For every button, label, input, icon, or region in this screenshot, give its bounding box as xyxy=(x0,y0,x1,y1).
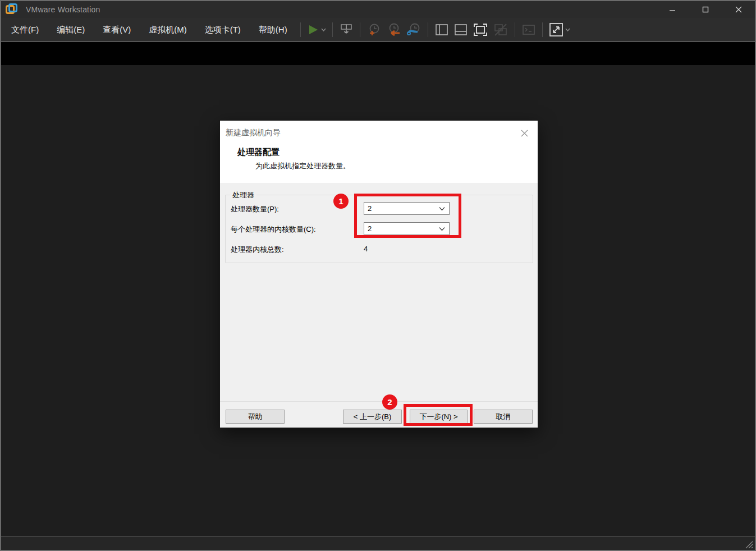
toolbar-separator xyxy=(300,22,301,37)
take-snapshot-icon xyxy=(366,22,381,37)
fullscreen-button[interactable] xyxy=(470,20,491,39)
chevron-down-icon xyxy=(439,227,445,231)
close-icon xyxy=(521,130,528,137)
minimize-icon xyxy=(669,6,676,13)
menu-vm[interactable]: 虚拟机(M) xyxy=(140,18,196,41)
vmware-logo-icon xyxy=(6,3,18,16)
dialog-description: 为此虚拟机指定处理器数量。 xyxy=(255,161,350,171)
footer-divider xyxy=(220,401,538,402)
menu-tabs[interactable]: 选项卡(T) xyxy=(196,18,250,41)
menu-edit[interactable]: 编辑(E) xyxy=(48,18,94,41)
cores-per-processor-label: 每个处理器的内核数量(C): xyxy=(231,224,316,235)
toolbar-separator xyxy=(332,22,333,37)
toolbar-separator xyxy=(360,22,360,37)
thumbnail-bar-button[interactable] xyxy=(451,20,470,39)
total-cores-label: 处理器内核总数: xyxy=(231,245,284,255)
window-controls xyxy=(656,1,755,18)
maximize-icon xyxy=(702,6,709,13)
unity-mode-icon xyxy=(493,22,508,37)
minimize-button[interactable] xyxy=(656,1,689,18)
processor-count-select[interactable]: 2 xyxy=(364,202,450,215)
dialog-header: 新建虚拟机向导 处理器配置 为此虚拟机指定处理器数量。 xyxy=(220,121,538,184)
fullscreen-icon xyxy=(473,22,488,37)
vmware-window: VMware Workstation 文件(F) 编辑(E) 查看(V) 虚拟机… xyxy=(0,0,756,551)
console-icon xyxy=(521,23,536,36)
resize-grip[interactable] xyxy=(744,540,753,549)
dialog-close-button[interactable] xyxy=(517,126,531,140)
chevron-down-icon xyxy=(439,206,445,211)
send-ctrl-alt-del-icon xyxy=(339,23,354,36)
menu-help[interactable]: 帮助(H) xyxy=(250,18,296,41)
revert-snapshot-icon xyxy=(386,22,401,37)
status-bar xyxy=(1,536,755,550)
toolbar-separator xyxy=(428,22,428,37)
help-button[interactable]: 帮助 xyxy=(226,410,285,424)
dialog-heading: 处理器配置 xyxy=(237,147,280,158)
back-button[interactable]: < 上一步(B) xyxy=(343,410,402,424)
fit-guest-button[interactable] xyxy=(547,20,572,39)
close-button[interactable] xyxy=(722,1,755,18)
cores-per-processor-select[interactable]: 2 xyxy=(364,222,450,235)
power-on-dropdown-icon xyxy=(321,28,326,31)
title-bar: VMware Workstation xyxy=(1,1,755,18)
snapshot-manager-icon xyxy=(406,22,421,37)
maximize-button[interactable] xyxy=(689,1,722,18)
menu-file[interactable]: 文件(F) xyxy=(2,18,48,41)
send-ctrl-alt-del-button[interactable] xyxy=(337,20,356,39)
fit-guest-dropdown-icon xyxy=(565,28,570,31)
console-button[interactable] xyxy=(519,20,538,39)
next-button[interactable]: 下一步(N) > xyxy=(410,410,468,424)
processor-count-value: 2 xyxy=(368,204,372,213)
power-on-icon xyxy=(307,24,319,35)
toolbar-separator xyxy=(515,22,515,37)
unity-mode-button[interactable] xyxy=(491,20,511,39)
snapshot-manager-button[interactable] xyxy=(404,20,424,39)
menu-toolbar-row: 文件(F) 编辑(E) 查看(V) 虚拟机(M) 选项卡(T) 帮助(H) xyxy=(1,18,755,42)
cancel-button[interactable]: 取消 xyxy=(474,410,533,424)
fit-guest-icon xyxy=(549,22,563,37)
toolbar-separator xyxy=(542,22,543,37)
tab-strip xyxy=(1,42,755,65)
thumbnail-bar-icon xyxy=(453,23,468,36)
take-snapshot-button[interactable] xyxy=(364,20,383,39)
library-panel-button[interactable] xyxy=(432,20,451,39)
close-icon xyxy=(735,6,742,13)
processor-count-label: 处理器数量(P): xyxy=(231,204,279,214)
menu-view[interactable]: 查看(V) xyxy=(94,18,140,41)
dialog-title: 新建虚拟机向导 xyxy=(226,128,281,138)
library-panel-icon xyxy=(434,23,449,36)
groupbox-legend: 处理器 xyxy=(230,190,256,200)
window-title: VMware Workstation xyxy=(26,5,100,14)
power-on-button[interactable] xyxy=(305,20,328,39)
new-vm-wizard-dialog: 新建虚拟机向导 处理器配置 为此虚拟机指定处理器数量。 处理器 处理器数量(P)… xyxy=(219,120,538,428)
cores-per-processor-value: 2 xyxy=(368,224,372,233)
total-cores-value: 4 xyxy=(364,245,368,253)
revert-snapshot-button[interactable] xyxy=(383,20,404,39)
